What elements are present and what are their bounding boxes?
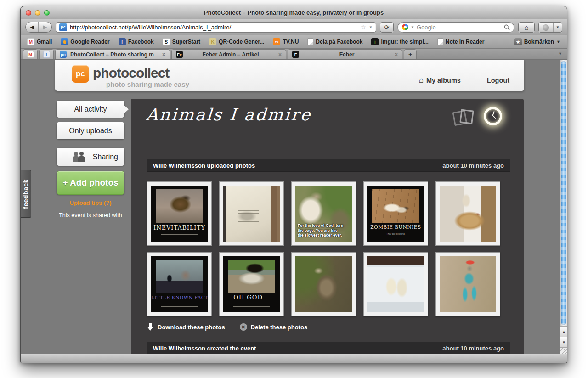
bookmark-label: Google Reader <box>70 39 109 45</box>
window-titlebar[interactable]: PhotoCollect – Photo sharing made easy, … <box>21 6 567 19</box>
tab-photocollect[interactable]: pc PhotoCollect – Photo sharing m... × <box>55 49 170 59</box>
close-tab-icon[interactable]: × <box>395 52 398 57</box>
photo-thumbnail-little-known-fact[interactable]: LITTLE KNOWN FACT: <box>147 252 212 316</box>
tab-feber[interactable]: F Feber × <box>288 49 402 59</box>
grid-view-icon[interactable] <box>452 109 475 127</box>
superstart-icon: S <box>163 38 170 45</box>
bookmark-star-icon[interactable]: ☆ <box>361 24 367 30</box>
photo-thumbnail-zombie-bunnies[interactable]: ZOMBIE BUNNIES They are sleeping. <box>363 181 428 246</box>
sidebar-item-all-activity[interactable]: All activity <box>57 101 124 118</box>
tab-label: PhotoCollect – Photo sharing m... <box>70 51 159 58</box>
resize-grip[interactable] <box>560 347 567 354</box>
bookmark-label: Bokmärken <box>524 39 554 45</box>
timeline-view-icon[interactable] <box>484 107 502 125</box>
photo-caption: LITTLE KNOWN FACT: <box>151 295 208 300</box>
vertical-scrollbar[interactable]: ▲ ▼ <box>560 60 567 354</box>
bookmark-label: TV.NU <box>283 39 299 45</box>
list-all-tabs-caret-icon[interactable]: ▼ <box>558 51 562 56</box>
browser-window: PhotoCollect – Photo sharing made easy, … <box>20 6 567 363</box>
bookmark-item-superstart[interactable]: S SuperStart <box>163 38 200 45</box>
url-dropdown-caret-icon[interactable]: ▼ <box>369 25 373 29</box>
close-window-button[interactable] <box>26 10 31 16</box>
photo-image <box>440 186 496 242</box>
bookmark-item-dela-pa-facebook[interactable]: Dela på Facebook <box>307 38 362 45</box>
addon-caret-icon[interactable]: ▼ <box>554 25 562 29</box>
photo-thumbnail-monkey-scooter[interactable] <box>435 252 500 316</box>
site-tagline: photo sharing made easy <box>106 80 189 88</box>
pinned-tab-facebook[interactable]: f <box>39 49 54 59</box>
upload-tips-link[interactable]: Upload tips (?) <box>57 199 124 206</box>
bookmark-item-facebook[interactable]: f Facebook <box>119 38 154 45</box>
page-icon <box>437 38 443 45</box>
bookmark-item-qr-code[interactable]: K QR-Code Gener... <box>209 38 264 45</box>
scrollbar-thumb[interactable] <box>561 61 566 325</box>
photo-caption: OH GOD... <box>223 294 280 301</box>
my-albums-label: My albums <box>426 77 461 84</box>
url-bar[interactable]: pc http://photocollect.net/p/WilleWilhel… <box>56 22 376 33</box>
close-tab-icon[interactable]: × <box>278 52 282 57</box>
site-nav: ⌂ My albums Logout <box>419 76 509 84</box>
facebook-icon: f <box>43 51 50 58</box>
photo-image: LITTLE KNOWN FACT: <box>151 256 208 312</box>
google-reader-icon <box>61 38 68 45</box>
photo-thumbnail-typed-note[interactable] <box>219 181 284 246</box>
google-engine-icon[interactable] <box>402 24 408 30</box>
photo-thumbnail-cat-on-dog[interactable] <box>435 181 500 246</box>
imgur-icon: i <box>371 38 379 45</box>
pinned-tab-gmail[interactable]: M <box>23 49 38 59</box>
site-logo[interactable]: pc photocollect photo sharing made easy <box>72 65 189 88</box>
back-button[interactable]: ◀ <box>26 22 39 32</box>
bookmarks-menu-button[interactable]: ★ Bokmärken ▼ <box>514 38 560 45</box>
photo-thumbnail-inevitability[interactable]: INEVITABILITY <box>147 181 212 246</box>
search-bar[interactable]: ▼ Google <box>397 22 514 33</box>
bookmark-item-gmail[interactable]: M Gmail <box>27 38 52 45</box>
photo-thumbnail-polar-bears[interactable] <box>363 252 428 316</box>
activity-text: Wille Wilhelmsson created the event <box>153 345 256 352</box>
photo-thumbnail-oh-god[interactable]: OH GOD... <box>219 252 284 316</box>
zoom-window-button[interactable] <box>44 10 50 16</box>
home-icon: ⌂ <box>419 76 424 84</box>
sidebar-item-sharing[interactable]: Sharing <box>57 148 124 166</box>
scroll-down-button[interactable]: ▼ <box>560 337 567 347</box>
feedback-tab[interactable]: feedback <box>21 170 31 218</box>
url-input[interactable]: http://photocollect.net/p/WilleWilhelmss… <box>70 24 358 31</box>
photo-thumbnail-cat-reading[interactable]: For the love of God, turn the page. You … <box>291 181 356 246</box>
bookmark-item-note-in-reader[interactable]: Note in Reader <box>437 38 485 45</box>
bookmark-label: Gmail <box>37 39 52 45</box>
photo-image <box>223 186 280 242</box>
bookmark-label: imgur: the simpl... <box>381 39 428 45</box>
sidebar-item-only-uploads[interactable]: Only uploads <box>57 122 124 139</box>
photo-thumbnail-monkeys-hugging[interactable] <box>291 252 356 316</box>
addon-button[interactable]: ▼ <box>538 22 562 33</box>
logout-link[interactable]: Logout <box>487 77 509 84</box>
new-tab-button[interactable]: + <box>404 49 417 59</box>
add-photos-button[interactable]: + Add photos <box>57 171 124 195</box>
bookmark-label: QR-Code Gener... <box>219 39 264 45</box>
tab-feber-admin[interactable]: Fe Feber Admin – Artikel × <box>171 49 286 59</box>
event-panel: Animals I admire Wille Wilhelmsson uploa… <box>131 99 524 354</box>
my-albums-link[interactable]: ⌂ My albums <box>419 76 461 84</box>
minimize-window-button[interactable] <box>35 10 40 16</box>
forward-button[interactable]: ▶ <box>39 22 51 32</box>
search-engine-caret-icon[interactable]: ▼ <box>411 25 414 29</box>
people-icon <box>73 152 88 162</box>
bookmark-label: Dela på Facebook <box>316 39 362 45</box>
sharing-label: Sharing <box>93 153 118 161</box>
search-input[interactable]: Google <box>417 24 502 31</box>
activity-timestamp: about 10 minutes ago <box>442 162 504 169</box>
scroll-up-button[interactable]: ▲ <box>560 326 567 337</box>
tab-bar: M f pc PhotoCollect – Photo sharing m...… <box>21 49 567 60</box>
photo-caption: INEVITABILITY <box>151 224 208 231</box>
bookmark-item-imgur[interactable]: i imgur: the simpl... <box>371 38 428 45</box>
back-forward-buttons: ◀ ▶ <box>25 22 52 33</box>
search-icon[interactable] <box>504 24 510 30</box>
activity-text: Wille Wilhelmsson uploaded photos <box>153 162 255 169</box>
close-tab-icon[interactable]: × <box>162 52 165 57</box>
home-button[interactable]: ⌂ <box>518 22 535 33</box>
bookmark-item-tvnu[interactable]: tv TV.NU <box>273 38 299 45</box>
photo-image <box>440 256 496 312</box>
bookmark-item-google-reader[interactable]: Google Reader <box>61 38 109 45</box>
reload-button[interactable]: ⟳ <box>380 22 394 33</box>
download-photos-link[interactable]: Download these photos <box>147 323 225 331</box>
delete-photos-link[interactable]: ✕ Delete these photos <box>240 323 308 331</box>
